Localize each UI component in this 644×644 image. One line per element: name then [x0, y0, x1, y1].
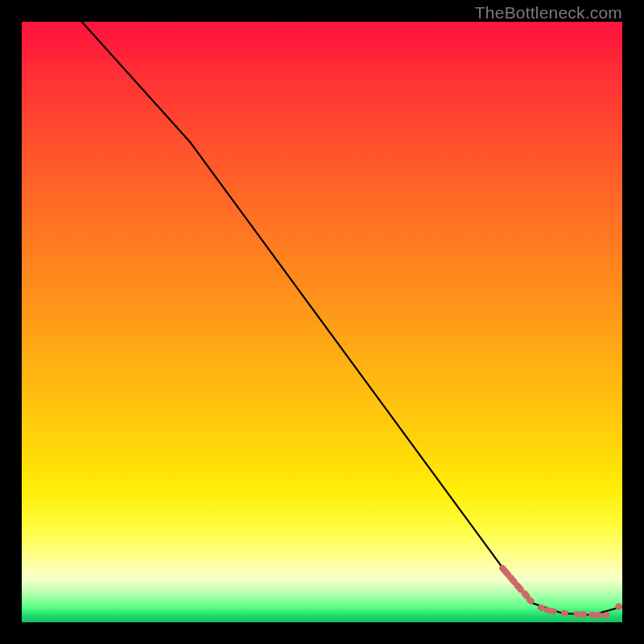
watermark-label: TheBottleneck.com [475, 3, 622, 23]
data-point [615, 603, 622, 610]
bottleneck-curve-line [82, 22, 622, 615]
chart-overlay [22, 22, 622, 622]
chart-frame: TheBottleneck.com [0, 0, 644, 644]
data-point [595, 612, 602, 618]
data-point [560, 609, 568, 617]
data-point [580, 611, 587, 617]
